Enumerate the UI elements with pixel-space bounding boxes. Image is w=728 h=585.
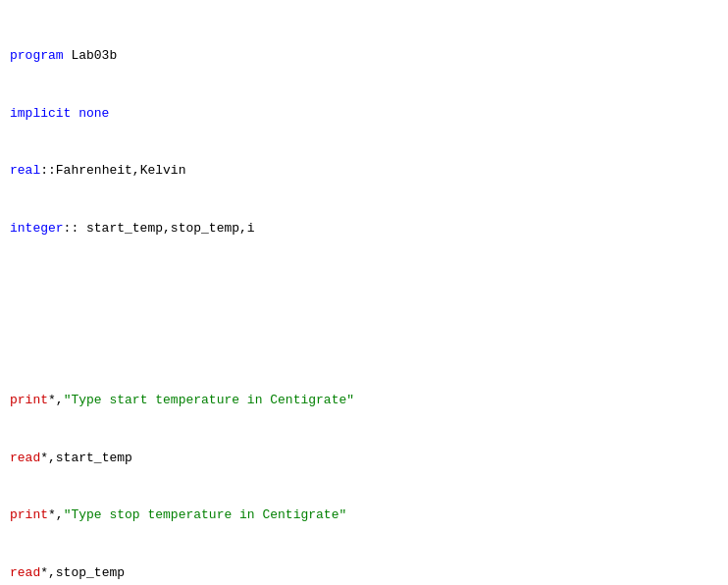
line-4: integer:: start_temp,stop_temp,i: [10, 219, 718, 239]
line-9: print*,"Type stop temperature in Centigr…: [10, 505, 718, 525]
line-2: implicit none: [10, 104, 718, 124]
line-1: program Lab03b: [10, 46, 718, 66]
line-6: [10, 334, 718, 353]
line-3: real::Fahrenheit,Kelvin: [10, 161, 718, 181]
line-5: [10, 276, 718, 295]
code-editor: program Lab03b implicit none real::Fahre…: [10, 8, 718, 585]
line-8: read*,start_temp: [10, 449, 718, 468]
line-7: print*,"Type start temperature in Centig…: [10, 391, 718, 410]
line-10: read*,stop_temp: [10, 563, 718, 583]
